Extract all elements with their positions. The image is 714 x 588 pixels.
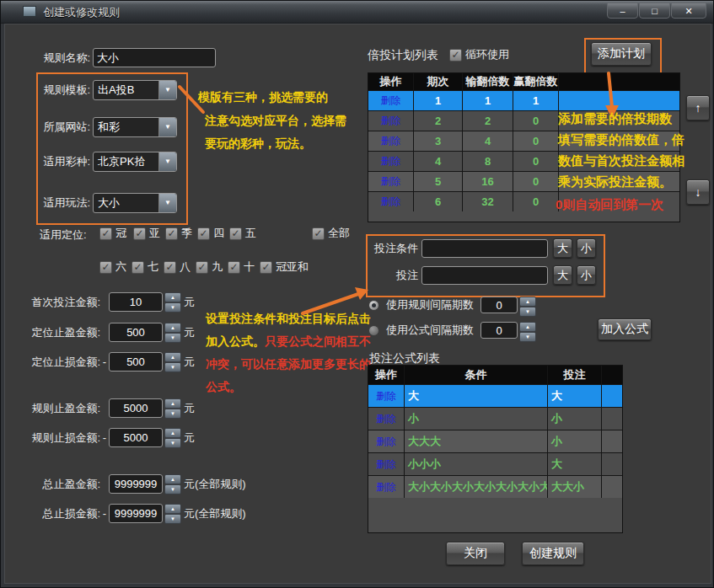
amount-input[interactable] — [109, 352, 163, 372]
delete-link[interactable]: 删除 — [381, 154, 401, 168]
chevron-down-icon[interactable]: ▼ — [158, 152, 176, 171]
spinner-down-icon[interactable]: ▼ — [519, 307, 536, 317]
interval-spinner[interactable]: ▲▼ — [519, 297, 536, 313]
amount-spinner[interactable]: ▲▼ — [164, 352, 181, 372]
checkbox[interactable]: ✓ — [164, 261, 176, 274]
spinner-up-icon[interactable]: ▲ — [519, 297, 536, 307]
spinner-up-icon[interactable]: ▲ — [164, 428, 181, 438]
delete-link[interactable]: 删除 — [376, 389, 396, 404]
checkbox-pos-1[interactable]: ✓ 冠 — [99, 226, 126, 241]
spinner-down-icon[interactable]: ▼ — [164, 514, 181, 524]
spinner-up-icon[interactable]: ▲ — [164, 474, 181, 484]
amount-input[interactable] — [109, 292, 163, 312]
amount-input[interactable] — [109, 474, 163, 494]
amount-input[interactable] — [109, 398, 163, 418]
rule-interval-input[interactable] — [480, 297, 518, 313]
spinner-up-icon[interactable]: ▲ — [519, 322, 536, 332]
move-up-button[interactable]: ↑ — [686, 95, 710, 120]
create-rule-button[interactable]: 创建规则 — [522, 542, 584, 565]
checkbox-pos-8[interactable]: ✓ 八 — [164, 259, 191, 275]
chevron-down-icon[interactable]: ▼ — [158, 194, 176, 212]
spinner-up-icon[interactable]: ▲ — [164, 504, 181, 514]
delete-link[interactable]: 删除 — [381, 114, 401, 128]
interval-spinner[interactable]: ▲▼ — [519, 322, 536, 339]
delete-link[interactable]: 删除 — [376, 457, 396, 472]
amount-spinner[interactable]: ▲▼ — [164, 398, 181, 418]
checkbox[interactable]: ✓ — [312, 227, 325, 240]
checkbox[interactable]: ✓ — [228, 261, 240, 274]
small-button[interactable]: 小 — [577, 265, 596, 285]
delete-link[interactable]: 删除 — [376, 435, 396, 449]
table-row[interactable]: 删除 小 小 — [368, 407, 622, 430]
checkbox-pos-7[interactable]: ✓ 七 — [132, 259, 158, 275]
playtype-select[interactable]: 大小 ▼ — [93, 193, 177, 213]
big-button[interactable]: 大 — [553, 265, 572, 285]
checkbox-pos-4[interactable]: ✓ 四 — [197, 226, 224, 241]
checkbox[interactable]: ✓ — [165, 227, 178, 240]
checkbox-pos-5[interactable]: ✓ 五 — [229, 226, 256, 241]
amount-spinner[interactable]: ▲▼ — [164, 504, 181, 523]
maximize-button[interactable]: □ — [639, 3, 670, 19]
table-row[interactable]: 删除 1 1 1 — [368, 90, 679, 110]
spinner-up-icon[interactable]: ▲ — [164, 398, 181, 409]
lottery-select[interactable]: 北京PK拾 ▼ — [93, 152, 177, 172]
spinner-down-icon[interactable]: ▼ — [164, 333, 181, 343]
small-button[interactable]: 小 — [577, 238, 596, 258]
website-select[interactable]: 和彩 ▼ — [93, 117, 177, 137]
checkbox[interactable]: ✓ — [132, 261, 144, 274]
delete-link[interactable]: 删除 — [381, 134, 401, 148]
add-plan-button[interactable]: 添加计划 — [591, 42, 652, 66]
spinner-up-icon[interactable]: ▲ — [164, 292, 181, 302]
title-bar[interactable]: 创建或修改规则 – □ ✕ — [1, 1, 713, 24]
checkbox-pos-6[interactable]: ✓ 六 — [99, 259, 126, 275]
table-row[interactable]: 删除 大 大 — [368, 384, 622, 407]
amount-spinner[interactable]: ▲▼ — [164, 323, 181, 342]
formula-interval-input[interactable] — [480, 322, 518, 339]
amount-input[interactable] — [109, 428, 163, 447]
amount-input[interactable] — [109, 323, 163, 342]
checkbox-pos-9[interactable]: ✓ 九 — [196, 259, 223, 275]
chevron-down-icon[interactable]: ▼ — [158, 81, 176, 99]
checkbox[interactable]: ✓ — [99, 227, 112, 240]
checkbox[interactable]: ✓ — [196, 261, 208, 274]
add-formula-button[interactable]: 加入公式 — [598, 318, 652, 340]
minimize-button[interactable]: – — [607, 3, 638, 19]
amount-spinner[interactable]: ▲▼ — [164, 474, 181, 494]
loop-use-checkbox[interactable]: ✓ 循环使用 — [449, 47, 509, 62]
table-row[interactable]: 删除 大小大小大小大小大小大小大小 大大小 — [368, 475, 622, 498]
close-button[interactable]: 关闭 — [446, 542, 505, 565]
checkbox[interactable]: ✓ — [229, 227, 242, 240]
checkbox-pos-3[interactable]: ✓ 季 — [165, 226, 192, 241]
bet-condition-input[interactable] — [421, 239, 548, 258]
rule-interval-radio-row[interactable]: 使用规则间隔期数 ▲▼ — [368, 297, 536, 313]
radio-unselected[interactable] — [368, 325, 379, 336]
spinner-down-icon[interactable]: ▼ — [519, 332, 536, 342]
checkbox[interactable]: ✓ — [449, 49, 462, 61]
spinner-down-icon[interactable]: ▼ — [164, 362, 181, 372]
delete-link[interactable]: 删除 — [381, 195, 401, 209]
amount-spinner[interactable]: ▲▼ — [164, 428, 181, 447]
rule-template-select[interactable]: 出A投B ▼ — [93, 80, 177, 100]
checkbox-pos-10[interactable]: ✓ 十 — [228, 259, 255, 275]
amount-input[interactable] — [109, 504, 163, 523]
close-icon[interactable]: ✕ — [671, 3, 706, 19]
spinner-up-icon[interactable]: ▲ — [164, 323, 181, 333]
delete-link[interactable]: 删除 — [381, 174, 401, 189]
chevron-down-icon[interactable]: ▼ — [158, 118, 176, 136]
bet-target-input[interactable] — [421, 266, 548, 285]
delete-link[interactable]: 删除 — [376, 412, 396, 426]
checkbox-pos-all[interactable]: ✓ 全部 — [312, 226, 350, 241]
checkbox[interactable]: ✓ — [99, 261, 112, 274]
delete-link[interactable]: 删除 — [381, 94, 401, 108]
big-button[interactable]: 大 — [553, 238, 572, 258]
table-row[interactable]: 删除 小小小 大 — [368, 452, 622, 475]
spinner-down-icon[interactable]: ▼ — [164, 409, 181, 419]
checkbox[interactable]: ✓ — [133, 227, 146, 240]
move-down-button[interactable]: ↓ — [686, 179, 710, 205]
spinner-down-icon[interactable]: ▼ — [164, 484, 181, 494]
checkbox[interactable]: ✓ — [197, 227, 210, 240]
checkbox-pos-sum[interactable]: ✓ 冠亚和 — [260, 259, 309, 275]
rule-name-input[interactable] — [93, 48, 216, 67]
table-row[interactable]: 删除 大大大 小 — [368, 430, 622, 452]
checkbox[interactable]: ✓ — [260, 261, 272, 274]
